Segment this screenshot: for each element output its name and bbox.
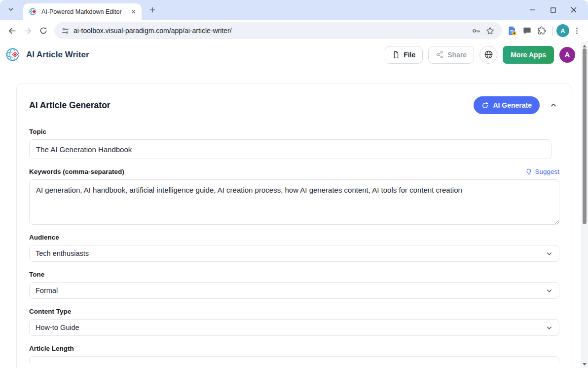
tab-strip: AI-Powered Markdown Editor (0, 0, 588, 20)
app-header-actions: File Share (385, 46, 575, 64)
tab-search-button[interactable] (4, 3, 17, 16)
article-length-select[interactable] (29, 356, 559, 363)
new-tab-button[interactable] (146, 3, 159, 16)
scrollbar-thumb[interactable] (583, 48, 587, 224)
back-button[interactable] (4, 23, 20, 39)
language-globe-button[interactable] (479, 46, 497, 64)
scrollbar-down-arrow[interactable] (581, 361, 588, 368)
chevron-down-icon (7, 6, 14, 14)
page-scrollbar[interactable] (581, 41, 588, 368)
suggest-button[interactable]: Suggest (525, 168, 559, 175)
audience-label: Audience (29, 234, 559, 241)
user-avatar[interactable]: A (559, 47, 575, 63)
toolbar-divider (552, 26, 553, 36)
page-content: AI Article Writer File (0, 41, 588, 368)
topic-label: Topic (29, 128, 559, 135)
keywords-textarea[interactable] (29, 179, 559, 225)
forward-button[interactable] (20, 23, 36, 39)
share-button[interactable]: Share (428, 46, 474, 64)
app-header: AI Article Writer File (0, 41, 588, 68)
browser-tab[interactable]: AI-Powered Markdown Editor (23, 3, 142, 20)
close-window-button[interactable] (563, 0, 584, 20)
tab-close-button[interactable] (129, 7, 138, 16)
url-text[interactable]: ai-toolbox.visual-paradigm.com/app/ai-ar… (74, 27, 232, 35)
more-apps-button[interactable]: More Apps (503, 46, 554, 64)
card-header: AI Article Generator AI Generate (29, 96, 559, 114)
minimize-button[interactable] (522, 0, 543, 20)
audience-select[interactable]: Tech enthusiasts (29, 245, 559, 262)
lightbulb-icon (525, 168, 532, 175)
content-type-value: How-to Guide (36, 324, 546, 331)
tab-title: AI-Powered Markdown Editor (41, 8, 129, 15)
chevron-down-icon (546, 324, 553, 331)
collapse-chevron-up-icon[interactable] (548, 99, 559, 111)
feedback-chat-icon[interactable] (519, 23, 534, 38)
site-info-icon[interactable] (61, 27, 70, 35)
content-type-select[interactable]: How-to Guide (29, 319, 559, 336)
card-header-actions: AI Generate (474, 96, 559, 114)
tone-select[interactable]: Formal (29, 282, 559, 299)
audience-value: Tech enthusiasts (36, 249, 546, 257)
password-key-icon[interactable] (469, 24, 483, 38)
chevron-down-icon (546, 250, 553, 257)
bookmark-star-icon[interactable] (483, 24, 497, 38)
maximize-button[interactable] (543, 0, 563, 20)
extensions-puzzle-icon[interactable] (534, 23, 549, 38)
suggest-label: Suggest (535, 168, 559, 175)
share-button-label: Share (447, 51, 467, 59)
globe-icon (484, 50, 493, 59)
file-button-label: File (404, 51, 415, 59)
chevron-down-icon (546, 287, 553, 294)
browser-profile-avatar[interactable]: A (556, 24, 569, 37)
reload-button[interactable] (36, 23, 51, 39)
docs-extension-icon[interactable] (505, 23, 519, 38)
page-body: AI Article Generator AI Generate (0, 68, 588, 368)
article-length-label: Article Length (29, 345, 559, 352)
site-favicon-icon (29, 7, 37, 16)
browser-window: AI-Powered Markdown Editor (0, 0, 588, 368)
ai-generate-label: AI Generate (493, 101, 532, 109)
tone-label: Tone (29, 271, 559, 278)
content-type-label: Content Type (29, 308, 559, 315)
browser-menu-kebab-icon[interactable] (569, 23, 584, 38)
app-title: AI Article Writer (26, 50, 89, 60)
app-logo (6, 47, 21, 62)
tone-value: Formal (36, 286, 546, 294)
window-controls (522, 0, 584, 20)
ai-article-generator-card: AI Article Generator AI Generate (16, 83, 571, 368)
file-button[interactable]: File (385, 46, 423, 64)
address-bar[interactable]: ai-toolbox.visual-paradigm.com/app/ai-ar… (54, 22, 502, 39)
ai-generate-icon (481, 102, 489, 109)
keywords-label: Keywords (comma-separated) (29, 168, 124, 175)
ai-generate-button[interactable]: AI Generate (474, 96, 540, 114)
topic-input[interactable] (29, 139, 551, 159)
share-icon (436, 50, 444, 59)
keywords-label-row: Keywords (comma-separated) Suggest (29, 168, 559, 175)
file-icon (392, 51, 400, 59)
card-title: AI Article Generator (29, 100, 110, 111)
browser-toolbar: ai-toolbox.visual-paradigm.com/app/ai-ar… (0, 20, 588, 41)
